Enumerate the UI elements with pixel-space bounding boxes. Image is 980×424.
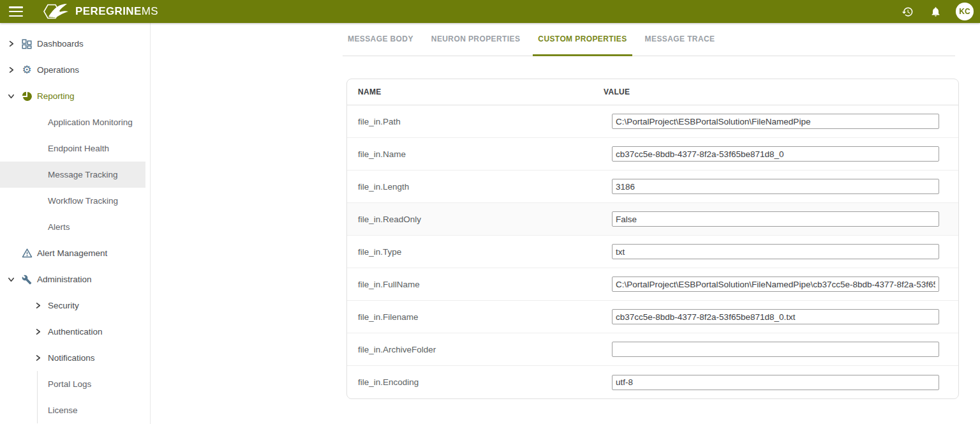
chevron-right-icon (33, 354, 42, 363)
sidebar-item-label: Alerts (48, 222, 70, 232)
sidebar-item-license[interactable]: License (38, 397, 150, 423)
sidebar-item-label: Alert Management (37, 248, 107, 258)
sidebar-item-alerts[interactable]: Alerts (0, 214, 150, 240)
brand-text: PEREGRINEMS (75, 5, 158, 18)
chevron-right-icon (33, 301, 42, 310)
sidebar-item-dashboards[interactable]: Dashboards (0, 31, 150, 57)
sidebar-item-label: Workflow Tracking (48, 196, 118, 206)
custom-properties-table: NAME VALUE file_in.Path file_in.Name fil… (346, 79, 959, 399)
sidebar-item-reporting[interactable]: Reporting (0, 83, 150, 109)
notifications-subgroup: Portal Logs License (37, 371, 150, 423)
table-row: file_in.Type (347, 236, 958, 268)
table-row: file_in.Encoding (347, 366, 958, 398)
wrench-icon (21, 274, 33, 285)
falcon-logo-icon (40, 2, 73, 21)
sidebar-item-portal-logs[interactable]: Portal Logs (38, 371, 150, 397)
sidebar-item-security[interactable]: Security (0, 292, 150, 319)
sidebar-item-administration[interactable]: Administration (0, 266, 150, 292)
sidebar-item-endpoint-health[interactable]: Endpoint Health (0, 135, 150, 162)
property-value-input[interactable] (612, 146, 939, 162)
property-name: file_in.Filename (347, 312, 604, 322)
chevron-right-icon (6, 40, 15, 49)
sidebar-item-operations[interactable]: ⚙ Operations (0, 57, 150, 83)
property-value-input[interactable] (612, 309, 939, 324)
property-value-input[interactable] (612, 211, 939, 227)
property-name: file_in.ReadOnly (347, 215, 604, 224)
table-row: file_in.ArchiveFolder (347, 333, 958, 366)
chevron-right-icon (33, 328, 42, 337)
property-value-input[interactable] (612, 276, 939, 292)
brand-primary: PEREGRINE (75, 5, 142, 17)
table-row: file_in.ReadOnly (347, 203, 958, 236)
sidebar-nav: Dashboards ⚙ Operations Reporting Applic… (0, 23, 151, 424)
main-content: MESSAGE BODY NEURON PROPERTIES CUSTOM PR… (151, 23, 980, 399)
property-name: file_in.ArchiveFolder (347, 345, 604, 354)
tab-custom-properties[interactable]: CUSTOM PROPERTIES (533, 23, 632, 56)
property-value-input[interactable] (612, 342, 939, 357)
brand-secondary: MS (142, 5, 158, 17)
sidebar-item-label: Authentication (48, 327, 103, 337)
property-value-input[interactable] (612, 179, 939, 194)
property-name: file_in.Encoding (347, 377, 604, 387)
column-header-name: NAME (347, 87, 604, 96)
pie-chart-icon (21, 91, 33, 102)
table-row: file_in.Name (347, 138, 958, 170)
property-name: file_in.Type (347, 247, 604, 257)
dashboard-grid-icon (21, 38, 33, 50)
sidebar-item-workflow-tracking[interactable]: Workflow Tracking (0, 188, 150, 214)
notifications-bell-icon[interactable] (929, 5, 942, 18)
sidebar-item-label: Reporting (37, 91, 75, 101)
property-value-input[interactable] (612, 114, 939, 129)
table-row: file_in.FullName (347, 268, 958, 301)
sidebar-item-label: License (48, 405, 78, 415)
chevron-down-icon (6, 275, 15, 284)
table-header-row: NAME VALUE (347, 79, 958, 105)
sidebar-item-authentication[interactable]: Authentication (0, 319, 150, 345)
column-header-value: VALUE (604, 87, 630, 96)
sidebar-item-application-monitoring[interactable]: Application Monitoring (0, 109, 150, 135)
tab-message-body[interactable]: MESSAGE BODY (343, 23, 419, 56)
sidebar-item-label: Operations (37, 65, 79, 75)
sidebar-item-label: Dashboards (37, 39, 84, 49)
table-row: file_in.Path (347, 105, 958, 138)
warning-triangle-icon (21, 248, 33, 259)
table-row: file_in.Length (347, 170, 958, 203)
sidebar-item-notifications[interactable]: Notifications (0, 345, 150, 371)
property-name: file_in.Path (347, 117, 604, 126)
user-avatar[interactable]: KC (956, 3, 974, 20)
tab-bar: MESSAGE BODY NEURON PROPERTIES CUSTOM PR… (343, 23, 955, 56)
tab-message-trace[interactable]: MESSAGE TRACE (640, 23, 720, 56)
sidebar-item-label: Application Monitoring (48, 117, 133, 127)
sidebar-item-message-tracking[interactable]: Message Tracking (0, 162, 145, 188)
sidebar-item-label: Endpoint Health (48, 144, 109, 153)
hamburger-menu-icon[interactable] (9, 6, 23, 17)
property-value-input[interactable] (612, 244, 939, 259)
property-value-input[interactable] (612, 375, 939, 390)
table-row: file_in.Filename (347, 301, 958, 333)
property-name: file_in.FullName (347, 280, 604, 289)
chevron-down-icon (6, 92, 15, 101)
chevron-right-icon (6, 66, 15, 75)
history-icon[interactable] (901, 5, 914, 18)
gear-icon: ⚙ (21, 64, 33, 76)
property-name: file_in.Name (347, 149, 604, 159)
sidebar-item-label: Administration (37, 275, 92, 284)
sidebar-item-label: Portal Logs (48, 379, 91, 389)
sidebar-item-alert-management[interactable]: Alert Management (0, 240, 150, 266)
tab-neuron-properties[interactable]: NEURON PROPERTIES (426, 23, 526, 56)
sidebar-item-label: Message Tracking (48, 170, 118, 179)
sidebar-item-label: Notifications (48, 353, 95, 363)
sidebar-item-label: Security (48, 301, 79, 310)
app-header: PEREGRINEMS KC (0, 0, 980, 23)
property-name: file_in.Length (347, 182, 604, 192)
app-logo: PEREGRINEMS (40, 2, 158, 21)
